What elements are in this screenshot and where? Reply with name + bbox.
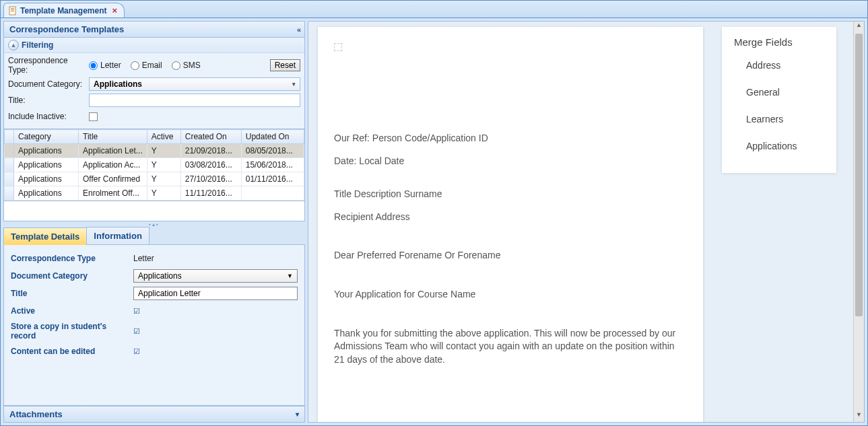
detail-active-label: Active: [11, 306, 133, 316]
row-header-blank: [5, 130, 14, 144]
preview-subject: Your Application for Course Name: [334, 288, 687, 301]
document-tab[interactable]: Template Management ×: [3, 3, 125, 17]
templates-panel-title: Correspondence Templates: [9, 24, 124, 34]
correspondence-type-label: Correspondence Type:: [8, 56, 89, 75]
preview-salutation: Dear Preferred Forename Or Forename: [334, 249, 687, 262]
template-icon: [8, 6, 18, 15]
tab-information[interactable]: Information: [86, 227, 149, 244]
merge-fields-title: Merge Fields: [722, 36, 836, 52]
tab-template-details[interactable]: Template Details: [3, 227, 87, 245]
document-tab-title: Template Management: [20, 6, 106, 15]
merge-fields-panel: Merge Fields Address General Learners Ap…: [722, 27, 836, 173]
svg-rect-1: [11, 8, 14, 9]
document-category-select[interactable]: Applications ▾: [89, 77, 300, 91]
close-icon[interactable]: ×: [112, 5, 117, 15]
detail-store-copy-checkbox[interactable]: ☑: [133, 327, 140, 336]
scroll-up-icon[interactable]: ▲: [854, 22, 864, 32]
merge-item-address[interactable]: Address: [722, 52, 836, 79]
table-row[interactable]: Applications Application Let... Y 21/09/…: [5, 144, 304, 158]
attachments-title: Attachments: [9, 409, 63, 419]
collapse-up-icon[interactable]: ▲: [8, 40, 19, 50]
include-inactive-label: Include Inactive:: [8, 112, 89, 121]
radio-letter[interactable]: Letter: [89, 61, 121, 70]
expand-icon[interactable]: ▾: [296, 411, 299, 418]
scroll-down-icon[interactable]: ▼: [854, 411, 864, 422]
scroll-thumb[interactable]: [855, 34, 863, 316]
table-row[interactable]: Applications Enrolment Off... Y 11/11/20…: [5, 186, 304, 201]
detail-active-checkbox[interactable]: ☑: [133, 307, 140, 316]
detail-doc-cat-select[interactable]: Applications ▼: [133, 269, 298, 283]
preview-name-line: Title Description Surname: [334, 188, 687, 201]
title-filter-input[interactable]: [89, 94, 300, 107]
chevron-down-icon: ▼: [287, 273, 293, 279]
col-updated[interactable]: Updated On: [241, 130, 304, 144]
collapse-left-icon[interactable]: «: [297, 26, 299, 34]
col-category[interactable]: Category: [14, 130, 79, 144]
splitter-handle[interactable]: ▪▴▪: [3, 221, 305, 227]
radio-email[interactable]: Email: [131, 61, 162, 70]
col-title[interactable]: Title: [79, 130, 147, 144]
document-preview[interactable]: Our Ref: Person Code/Application ID Date…: [318, 27, 703, 423]
vertical-scrollbar[interactable]: ▲ ▼: [853, 22, 864, 422]
merge-item-general[interactable]: General: [722, 79, 836, 106]
radio-sms[interactable]: SMS: [172, 61, 201, 70]
document-category-label: Document Category:: [8, 79, 89, 89]
details-tab-strip: Template Details Information: [3, 227, 305, 245]
window-tab-bar: Template Management ×: [1, 1, 867, 18]
image-placeholder-icon: [334, 43, 342, 51]
detail-corr-type-value: Letter: [133, 254, 298, 263]
preview-our-ref: Our Ref: Person Code/Application ID: [334, 132, 687, 145]
detail-doc-cat-label: Document Category: [11, 271, 133, 281]
title-filter-label: Title:: [8, 96, 89, 105]
preview-body: Thank you for submitting the above appli…: [334, 327, 687, 367]
col-active[interactable]: Active: [147, 130, 180, 144]
detail-editable-checkbox[interactable]: ☑: [133, 347, 140, 356]
filtering-header[interactable]: ▲ Filtering: [4, 38, 304, 53]
merge-item-learners[interactable]: Learners: [722, 106, 836, 133]
preview-date: Date: Local Date: [334, 155, 687, 168]
table-row[interactable]: Applications Application Ac... Y 03/08/2…: [5, 158, 304, 172]
table-row[interactable]: Applications Offer Confirmed Y 27/10/201…: [5, 172, 304, 186]
attachments-panel-header[interactable]: Attachments ▾: [3, 406, 305, 423]
detail-title-input[interactable]: [133, 287, 298, 300]
reset-button[interactable]: Reset: [270, 59, 300, 71]
templates-grid[interactable]: Category Title Active Created On Updated…: [3, 129, 305, 201]
detail-editable-label: Content can be edited: [11, 347, 133, 356]
preview-panel: Our Ref: Person Code/Application ID Date…: [308, 21, 865, 423]
preview-address: Recipient Address: [334, 211, 687, 224]
svg-rect-3: [11, 11, 14, 11]
filtering-title: Filtering: [22, 40, 53, 50]
include-inactive-checkbox[interactable]: [89, 112, 98, 121]
detail-title-label: Title: [11, 289, 133, 298]
col-created[interactable]: Created On: [180, 130, 241, 144]
detail-store-copy-label: Store a copy in student's record: [11, 322, 133, 341]
templates-panel-header: Correspondence Templates «: [3, 21, 305, 38]
merge-item-applications[interactable]: Applications: [722, 133, 836, 159]
svg-rect-2: [11, 9, 14, 10]
detail-corr-type-label: Correspondence Type: [11, 254, 133, 263]
grid-empty-space: [3, 201, 305, 221]
chevron-down-icon: ▾: [292, 81, 296, 87]
